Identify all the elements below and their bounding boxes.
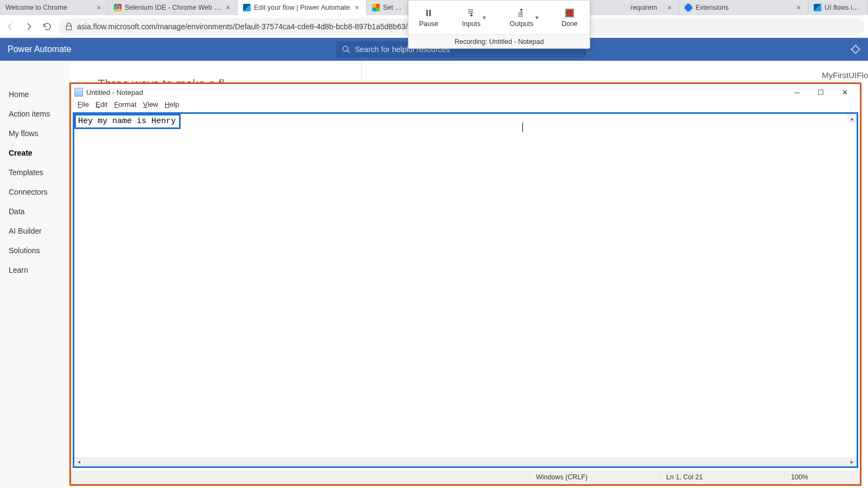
pause-icon (423, 7, 435, 19)
maximize-button[interactable]: ☐ (809, 85, 833, 100)
flow-name-label: MyFirstUIFlo (822, 70, 868, 80)
diamond-icon[interactable] (851, 44, 860, 54)
scroll-left-button[interactable]: ◂ (74, 459, 84, 465)
menu-edit[interactable]: Edit (93, 100, 110, 111)
close-icon[interactable]: × (95, 4, 103, 11)
scroll-up-button[interactable]: ▴ (847, 114, 857, 123)
pause-label: Pause (419, 20, 438, 28)
notepad-textarea[interactable]: Hey my name is Henry ▴ ◂ ▸ (73, 112, 858, 468)
sidebar-item-ai-builder[interactable]: AI Builder (0, 221, 69, 241)
sidebar-item-templates[interactable]: Templates (0, 163, 69, 182)
notepad-titlebar[interactable]: Untitled - Notepad ─ ☐ ✕ (71, 84, 860, 100)
sidebar-item-home[interactable]: Home (0, 85, 69, 104)
sidebar-item-solutions[interactable]: Solutions (0, 241, 69, 260)
close-button[interactable]: ✕ (833, 85, 857, 100)
brand-label: Power Automate (8, 44, 71, 54)
svg-point-0 (343, 46, 348, 51)
close-icon[interactable]: × (795, 4, 802, 11)
sidebar-item-action-items[interactable]: Action items (0, 104, 69, 124)
tab-setup[interactable]: Set up (367, 0, 408, 15)
chevron-down-icon[interactable]: ▾ (483, 14, 486, 21)
inputs-button[interactable]: Inputs ▾ (449, 1, 499, 34)
tab-label: Edit your flow | Power Automate (254, 4, 350, 11)
tab-label: Welcome to Chrome (5, 4, 92, 11)
notepad-title: Untitled - Notepad (86, 88, 143, 97)
chrome-store-icon (114, 4, 122, 11)
recorded-text-highlight: Hey my name is Henry (74, 114, 181, 129)
done-label: Done (561, 20, 578, 28)
inputs-icon (465, 7, 477, 19)
recorder-status: Recording: Untitled - Notepad (409, 34, 590, 48)
close-icon[interactable]: × (353, 4, 361, 11)
outputs-button[interactable]: Outputs ▾ (499, 1, 550, 34)
tab-label: requirem (630, 4, 662, 11)
sidebar-item-data[interactable]: Data (0, 202, 69, 221)
notepad-menubar: File Edit Format View Help (71, 100, 860, 111)
status-position: Ln 1, Col 21 (659, 472, 784, 484)
tab-label: Selenium IDE - Chrome Web Sto (125, 4, 221, 11)
sidebar-item-my-flows[interactable]: My flows (0, 124, 69, 143)
tab-label: UI flows in Microsoft Power Au (825, 4, 862, 11)
sidebar: Home Action items My flows Create Templa… (0, 61, 69, 488)
notepad-window: Untitled - Notepad ─ ☐ ✕ File Edit Forma… (69, 82, 861, 486)
status-zoom: 100% (784, 472, 860, 484)
tab-welcome[interactable]: Welcome to Chrome × (0, 0, 108, 15)
reload-button[interactable] (40, 20, 54, 34)
horizontal-scrollbar[interactable]: ◂ ▸ (74, 457, 857, 466)
tab-power-automate[interactable]: Edit your flow | Power Automate × (238, 0, 367, 15)
close-icon[interactable]: × (666, 4, 673, 11)
chevron-down-icon[interactable]: ▾ (535, 14, 539, 21)
tab-requirements[interactable]: requirem × (625, 0, 679, 15)
url-text: asia.flow.microsoft.com/manage/environme… (77, 22, 429, 31)
pause-button[interactable]: Pause (409, 1, 449, 34)
search-icon (342, 45, 350, 54)
text-caret (522, 123, 523, 132)
sidebar-item-connectors[interactable]: Connectors (0, 182, 69, 202)
tab-extensions[interactable]: Extensions × (679, 0, 808, 15)
close-icon[interactable]: × (224, 4, 232, 11)
power-automate-icon (243, 4, 251, 11)
back-button[interactable] (3, 20, 17, 34)
tab-selenium[interactable]: Selenium IDE - Chrome Web Sto × (108, 0, 238, 15)
menu-help[interactable]: Help (163, 100, 182, 111)
sidebar-item-learn[interactable]: Learn (0, 260, 69, 280)
outputs-icon (515, 7, 527, 19)
tab-label: Set up (383, 4, 402, 11)
outputs-label: Outputs (510, 20, 534, 28)
status-encoding: Windows (CRLF) (529, 472, 659, 484)
tab-label: Extensions (695, 4, 792, 11)
menu-file[interactable]: File (75, 100, 91, 111)
microsoft-icon (372, 4, 380, 11)
power-automate-icon (814, 4, 821, 11)
forward-button[interactable] (22, 20, 36, 34)
lock-icon (65, 23, 73, 30)
puzzle-icon (685, 4, 692, 11)
notepad-statusbar: Windows (CRLF) Ln 1, Col 21 100% (71, 471, 860, 484)
scroll-right-button[interactable]: ▸ (847, 459, 857, 465)
inputs-label: Inputs (462, 20, 481, 28)
recorder-toolbar: Pause Inputs ▾ Outputs ▾ Done Recording:… (408, 0, 590, 49)
sidebar-item-create[interactable]: Create (0, 143, 69, 163)
minimize-button[interactable]: ─ (785, 85, 809, 100)
stop-icon (564, 7, 576, 19)
menu-view[interactable]: View (141, 100, 161, 111)
notepad-icon (74, 88, 83, 97)
menu-format[interactable]: Format (112, 100, 138, 111)
done-button[interactable]: Done (550, 1, 590, 34)
tab-uiflows[interactable]: UI flows in Microsoft Power Au (808, 0, 868, 15)
